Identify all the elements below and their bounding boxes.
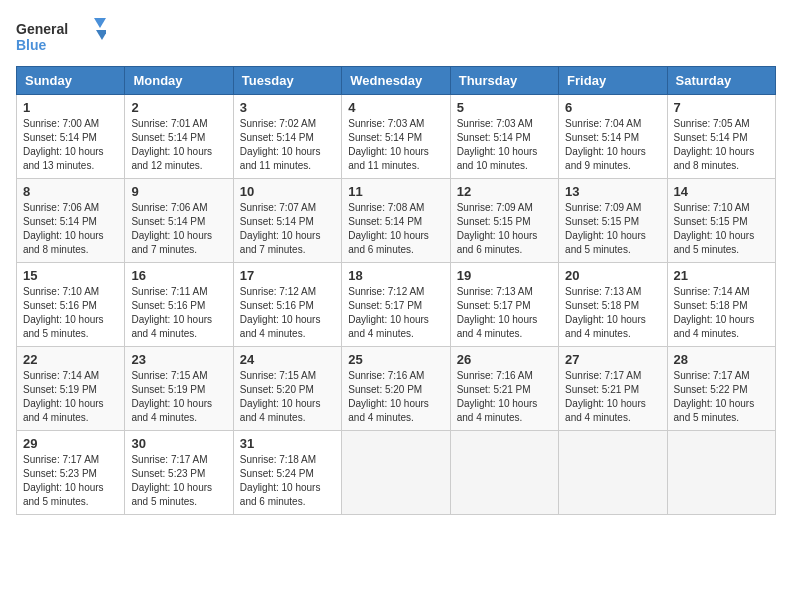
cell-info: Sunrise: 7:13 AMSunset: 5:18 PMDaylight:… <box>565 286 646 339</box>
col-header-monday: Monday <box>125 67 233 95</box>
day-number: 22 <box>23 352 118 367</box>
col-header-sunday: Sunday <box>17 67 125 95</box>
cell-info: Sunrise: 7:03 AMSunset: 5:14 PMDaylight:… <box>348 118 429 171</box>
day-cell-30: 30 Sunrise: 7:17 AMSunset: 5:23 PMDaylig… <box>125 431 233 515</box>
day-number: 15 <box>23 268 118 283</box>
day-cell-16: 16 Sunrise: 7:11 AMSunset: 5:16 PMDaylig… <box>125 263 233 347</box>
day-cell-3: 3 Sunrise: 7:02 AMSunset: 5:14 PMDayligh… <box>233 95 341 179</box>
day-number: 27 <box>565 352 660 367</box>
day-number: 17 <box>240 268 335 283</box>
cell-info: Sunrise: 7:12 AMSunset: 5:16 PMDaylight:… <box>240 286 321 339</box>
logo-svg: General Blue <box>16 16 106 58</box>
day-cell-9: 9 Sunrise: 7:06 AMSunset: 5:14 PMDayligh… <box>125 179 233 263</box>
svg-marker-3 <box>96 30 106 40</box>
day-cell-25: 25 Sunrise: 7:16 AMSunset: 5:20 PMDaylig… <box>342 347 450 431</box>
day-cell-28: 28 Sunrise: 7:17 AMSunset: 5:22 PMDaylig… <box>667 347 775 431</box>
day-cell-21: 21 Sunrise: 7:14 AMSunset: 5:18 PMDaylig… <box>667 263 775 347</box>
day-number: 11 <box>348 184 443 199</box>
day-number: 20 <box>565 268 660 283</box>
cell-info: Sunrise: 7:07 AMSunset: 5:14 PMDaylight:… <box>240 202 321 255</box>
cell-info: Sunrise: 7:00 AMSunset: 5:14 PMDaylight:… <box>23 118 104 171</box>
day-number: 31 <box>240 436 335 451</box>
col-header-saturday: Saturday <box>667 67 775 95</box>
cell-info: Sunrise: 7:11 AMSunset: 5:16 PMDaylight:… <box>131 286 212 339</box>
cell-info: Sunrise: 7:12 AMSunset: 5:17 PMDaylight:… <box>348 286 429 339</box>
day-cell-29: 29 Sunrise: 7:17 AMSunset: 5:23 PMDaylig… <box>17 431 125 515</box>
day-cell-20: 20 Sunrise: 7:13 AMSunset: 5:18 PMDaylig… <box>559 263 667 347</box>
cell-info: Sunrise: 7:04 AMSunset: 5:14 PMDaylight:… <box>565 118 646 171</box>
day-cell-7: 7 Sunrise: 7:05 AMSunset: 5:14 PMDayligh… <box>667 95 775 179</box>
day-number: 8 <box>23 184 118 199</box>
day-number: 6 <box>565 100 660 115</box>
day-cell-6: 6 Sunrise: 7:04 AMSunset: 5:14 PMDayligh… <box>559 95 667 179</box>
page-header: General Blue <box>16 16 776 58</box>
day-number: 12 <box>457 184 552 199</box>
day-cell-4: 4 Sunrise: 7:03 AMSunset: 5:14 PMDayligh… <box>342 95 450 179</box>
day-number: 4 <box>348 100 443 115</box>
day-cell-5: 5 Sunrise: 7:03 AMSunset: 5:14 PMDayligh… <box>450 95 558 179</box>
empty-cell <box>450 431 558 515</box>
empty-cell <box>342 431 450 515</box>
day-number: 9 <box>131 184 226 199</box>
day-number: 18 <box>348 268 443 283</box>
week-row-1: 1 Sunrise: 7:00 AMSunset: 5:14 PMDayligh… <box>17 95 776 179</box>
cell-info: Sunrise: 7:10 AMSunset: 5:16 PMDaylight:… <box>23 286 104 339</box>
day-cell-10: 10 Sunrise: 7:07 AMSunset: 5:14 PMDaylig… <box>233 179 341 263</box>
day-cell-27: 27 Sunrise: 7:17 AMSunset: 5:21 PMDaylig… <box>559 347 667 431</box>
day-number: 3 <box>240 100 335 115</box>
empty-cell <box>667 431 775 515</box>
col-header-wednesday: Wednesday <box>342 67 450 95</box>
day-number: 24 <box>240 352 335 367</box>
day-number: 13 <box>565 184 660 199</box>
day-cell-23: 23 Sunrise: 7:15 AMSunset: 5:19 PMDaylig… <box>125 347 233 431</box>
week-row-3: 15 Sunrise: 7:10 AMSunset: 5:16 PMDaylig… <box>17 263 776 347</box>
week-row-2: 8 Sunrise: 7:06 AMSunset: 5:14 PMDayligh… <box>17 179 776 263</box>
svg-text:Blue: Blue <box>16 37 47 53</box>
cell-info: Sunrise: 7:16 AMSunset: 5:20 PMDaylight:… <box>348 370 429 423</box>
day-number: 25 <box>348 352 443 367</box>
day-cell-8: 8 Sunrise: 7:06 AMSunset: 5:14 PMDayligh… <box>17 179 125 263</box>
empty-cell <box>559 431 667 515</box>
day-cell-12: 12 Sunrise: 7:09 AMSunset: 5:15 PMDaylig… <box>450 179 558 263</box>
day-number: 29 <box>23 436 118 451</box>
week-row-5: 29 Sunrise: 7:17 AMSunset: 5:23 PMDaylig… <box>17 431 776 515</box>
day-cell-1: 1 Sunrise: 7:00 AMSunset: 5:14 PMDayligh… <box>17 95 125 179</box>
day-number: 21 <box>674 268 769 283</box>
day-number: 1 <box>23 100 118 115</box>
day-number: 5 <box>457 100 552 115</box>
day-number: 28 <box>674 352 769 367</box>
logo: General Blue <box>16 16 106 58</box>
col-header-friday: Friday <box>559 67 667 95</box>
day-cell-24: 24 Sunrise: 7:15 AMSunset: 5:20 PMDaylig… <box>233 347 341 431</box>
cell-info: Sunrise: 7:08 AMSunset: 5:14 PMDaylight:… <box>348 202 429 255</box>
cell-info: Sunrise: 7:06 AMSunset: 5:14 PMDaylight:… <box>131 202 212 255</box>
day-number: 19 <box>457 268 552 283</box>
day-cell-11: 11 Sunrise: 7:08 AMSunset: 5:14 PMDaylig… <box>342 179 450 263</box>
day-cell-19: 19 Sunrise: 7:13 AMSunset: 5:17 PMDaylig… <box>450 263 558 347</box>
cell-info: Sunrise: 7:15 AMSunset: 5:19 PMDaylight:… <box>131 370 212 423</box>
day-cell-2: 2 Sunrise: 7:01 AMSunset: 5:14 PMDayligh… <box>125 95 233 179</box>
day-cell-13: 13 Sunrise: 7:09 AMSunset: 5:15 PMDaylig… <box>559 179 667 263</box>
day-number: 30 <box>131 436 226 451</box>
day-number: 10 <box>240 184 335 199</box>
col-header-thursday: Thursday <box>450 67 558 95</box>
week-row-4: 22 Sunrise: 7:14 AMSunset: 5:19 PMDaylig… <box>17 347 776 431</box>
day-number: 7 <box>674 100 769 115</box>
day-number: 26 <box>457 352 552 367</box>
day-number: 16 <box>131 268 226 283</box>
day-cell-14: 14 Sunrise: 7:10 AMSunset: 5:15 PMDaylig… <box>667 179 775 263</box>
day-cell-22: 22 Sunrise: 7:14 AMSunset: 5:19 PMDaylig… <box>17 347 125 431</box>
cell-info: Sunrise: 7:10 AMSunset: 5:15 PMDaylight:… <box>674 202 755 255</box>
cell-info: Sunrise: 7:17 AMSunset: 5:21 PMDaylight:… <box>565 370 646 423</box>
day-number: 14 <box>674 184 769 199</box>
cell-info: Sunrise: 7:02 AMSunset: 5:14 PMDaylight:… <box>240 118 321 171</box>
cell-info: Sunrise: 7:18 AMSunset: 5:24 PMDaylight:… <box>240 454 321 507</box>
cell-info: Sunrise: 7:13 AMSunset: 5:17 PMDaylight:… <box>457 286 538 339</box>
cell-info: Sunrise: 7:17 AMSunset: 5:23 PMDaylight:… <box>23 454 104 507</box>
svg-marker-2 <box>94 18 106 28</box>
day-number: 23 <box>131 352 226 367</box>
cell-info: Sunrise: 7:17 AMSunset: 5:22 PMDaylight:… <box>674 370 755 423</box>
day-cell-26: 26 Sunrise: 7:16 AMSunset: 5:21 PMDaylig… <box>450 347 558 431</box>
calendar-table: SundayMondayTuesdayWednesdayThursdayFrid… <box>16 66 776 515</box>
day-cell-31: 31 Sunrise: 7:18 AMSunset: 5:24 PMDaylig… <box>233 431 341 515</box>
